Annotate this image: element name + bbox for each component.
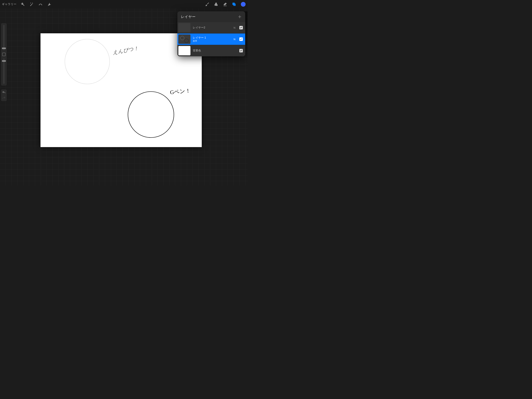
eraser-icon[interactable] bbox=[223, 2, 227, 6]
color-picker-swatch[interactable] bbox=[241, 2, 246, 7]
svg-point-3 bbox=[180, 36, 184, 40]
layer-name-label: 背景色 bbox=[193, 49, 233, 52]
svg-point-4 bbox=[185, 39, 189, 43]
layers-panel-header: レイヤー bbox=[177, 11, 245, 22]
layers-panel-title: レイヤー bbox=[181, 14, 196, 19]
wrench-icon[interactable] bbox=[20, 2, 25, 6]
layer-name-label: レイヤー 1 bbox=[193, 36, 231, 39]
blend-mode-letter[interactable]: N bbox=[234, 26, 235, 29]
undo-redo-group bbox=[1, 89, 7, 101]
brush-sliders bbox=[1, 23, 7, 86]
undo-icon[interactable] bbox=[2, 91, 6, 94]
add-layer-icon[interactable] bbox=[238, 15, 242, 19]
visibility-checkbox[interactable] bbox=[239, 49, 243, 52]
top-toolbar: ギャラリー bbox=[0, 0, 247, 9]
brush-icon[interactable] bbox=[205, 2, 209, 6]
right-tool-group bbox=[205, 2, 246, 7]
layer-thumbnail bbox=[178, 23, 190, 32]
redo-icon[interactable] bbox=[2, 96, 6, 100]
layer-row[interactable]: レイヤー2 N bbox=[177, 22, 245, 33]
visibility-checkbox[interactable] bbox=[239, 37, 243, 41]
gallery-button[interactable]: ギャラリー bbox=[2, 3, 17, 6]
arrow-icon[interactable] bbox=[47, 2, 52, 6]
brush-size-handle[interactable] bbox=[2, 48, 6, 49]
selection-icon[interactable] bbox=[38, 2, 43, 6]
svg-point-1 bbox=[65, 39, 110, 84]
layers-icon[interactable] bbox=[232, 2, 236, 6]
brush-size-slider[interactable] bbox=[3, 25, 5, 50]
layer-row[interactable]: 背景色 bbox=[177, 45, 245, 56]
layer-name-label: レイヤー2 bbox=[193, 26, 231, 29]
layer-subtitle-label: 基準 bbox=[193, 39, 231, 42]
modifier-button[interactable] bbox=[2, 53, 6, 56]
visibility-checkbox[interactable] bbox=[239, 26, 243, 29]
svg-point-2 bbox=[128, 91, 174, 138]
layer-row[interactable]: レイヤー 1 基準 N bbox=[177, 33, 245, 45]
layer-thumbnail bbox=[178, 46, 190, 55]
blend-mode-letter[interactable]: N bbox=[234, 38, 235, 41]
layer-thumbnail bbox=[178, 34, 190, 44]
wand-icon[interactable] bbox=[29, 2, 34, 6]
smudge-icon[interactable] bbox=[214, 2, 218, 6]
opacity-handle[interactable] bbox=[2, 60, 6, 62]
left-tool-group bbox=[20, 2, 52, 6]
side-controls bbox=[1, 23, 7, 101]
layers-panel: レイヤー レイヤー2 N レイヤー 1 基準 N 背景色 bbox=[177, 11, 245, 56]
opacity-slider[interactable] bbox=[3, 58, 5, 84]
